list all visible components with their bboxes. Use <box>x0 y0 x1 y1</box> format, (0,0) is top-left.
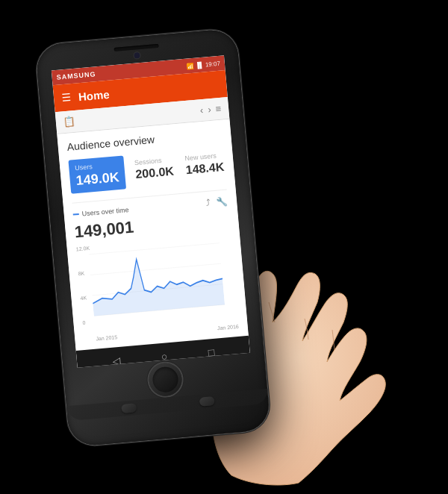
home-btn[interactable]: ○ <box>161 350 168 363</box>
chart-dot <box>73 213 79 216</box>
stat-users: Users 149.0K <box>68 155 126 193</box>
brand-label: SAMSUNG <box>56 70 96 81</box>
menu-icon[interactable]: 📋 <box>63 116 75 128</box>
home-button-outer[interactable] <box>148 362 184 398</box>
phone-shell: SAMSUNG 📶 ▐▌ 19:07 ☰ Home 📋 <box>35 28 271 447</box>
hamburger-icon[interactable]: ☰ <box>60 91 71 104</box>
stat-new-users: New users 148.4K <box>178 146 231 184</box>
x-label-jan2015: Jan 2015 <box>96 334 117 341</box>
stat-new-users-value: 148.4K <box>185 160 225 177</box>
x-label-jan2016: Jan 2016 <box>217 324 239 331</box>
chart-svg <box>76 234 227 336</box>
svg-line-1 <box>90 263 221 275</box>
app-title: Home <box>78 87 110 103</box>
phone: SAMSUNG 📶 ▐▌ 19:07 ☰ Home 📋 <box>35 32 226 447</box>
share-icon[interactable]: ⤴ <box>206 198 211 208</box>
main-content: Audience overview Users 149.0K Sessions … <box>57 119 248 351</box>
time-label: 19:07 <box>205 60 221 68</box>
wifi-icon: 📶 <box>186 62 194 69</box>
back-arrow[interactable]: ‹ <box>199 104 204 116</box>
stat-sessions: Sessions 200.0K <box>128 151 181 189</box>
signal-icon: ▐▌ <box>195 61 204 69</box>
nav-controls: ‹ › ≡ <box>199 103 221 116</box>
bottom-left-btn[interactable] <box>121 403 137 413</box>
stats-row: Users 149.0K Sessions 200.0K New users 1… <box>68 147 225 194</box>
svg-line-0 <box>89 243 220 254</box>
filter-icon[interactable]: ≡ <box>215 103 222 115</box>
speaker <box>114 44 159 51</box>
y-label-12k: 12.0K <box>76 246 90 252</box>
bottom-right-btn[interactable] <box>199 396 214 407</box>
camera <box>134 52 140 59</box>
chart-label-row: Users over time <box>72 206 129 218</box>
stat-users-value: 149.0K <box>75 169 120 189</box>
home-button-inner <box>152 366 179 393</box>
status-icons: 📶 ▐▌ 19:07 <box>186 60 220 69</box>
back-btn[interactable]: ◁ <box>112 354 121 367</box>
y-label-8k: 8K <box>78 270 92 277</box>
scene: SAMSUNG 📶 ▐▌ 19:07 ☰ Home 📋 <box>7 8 441 486</box>
phone-screen: SAMSUNG 📶 ▐▌ 19:07 ☰ Home 📋 <box>52 55 250 368</box>
forward-arrow[interactable]: › <box>208 104 212 115</box>
y-label-4k: 4K <box>80 295 94 301</box>
chart-section: Users over time ⤴ 🔧 149,001 12.0K <box>72 190 239 343</box>
y-label-0: 0 <box>82 319 96 325</box>
recent-btn[interactable]: □ <box>208 346 215 359</box>
chart-label: Users over time <box>81 206 129 217</box>
stat-sessions-value: 200.0K <box>135 165 175 181</box>
chart-container: 12.0K 8K 4K 0 <box>76 233 239 336</box>
settings-icon[interactable]: 🔧 <box>216 196 228 207</box>
chart-actions: ⤴ 🔧 <box>206 196 228 208</box>
